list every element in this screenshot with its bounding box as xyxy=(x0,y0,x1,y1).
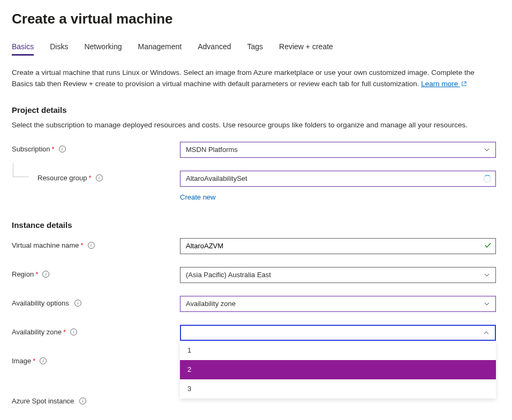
tab-tags[interactable]: Tags xyxy=(247,42,263,56)
resource-group-label-text: Resource group xyxy=(37,174,87,182)
availability-zone-dropdown: 1 2 3 xyxy=(180,341,496,399)
tab-review[interactable]: Review + create xyxy=(279,42,333,56)
info-icon[interactable]: i xyxy=(42,271,49,278)
availability-zone-label: Availability zone * i xyxy=(12,325,180,336)
info-icon[interactable]: i xyxy=(96,174,103,181)
chevron-down-icon xyxy=(484,301,490,307)
region-value: (Asia Pacific) Australia East xyxy=(186,271,271,279)
subscription-value: MSDN Platforms xyxy=(186,146,238,154)
project-details-heading: Project details xyxy=(12,105,500,114)
required-asterisk: * xyxy=(89,174,92,182)
chevron-up-icon xyxy=(483,330,490,336)
info-icon[interactable]: i xyxy=(79,398,86,404)
required-asterisk: * xyxy=(81,241,84,249)
availability-zone-option-3[interactable]: 3 xyxy=(180,379,496,399)
resource-group-select[interactable]: AltaroAvailabilitySet xyxy=(180,171,496,187)
tab-management[interactable]: Management xyxy=(138,42,182,56)
tab-advanced[interactable]: Advanced xyxy=(198,42,231,56)
learn-more-link[interactable]: Learn more xyxy=(421,80,467,88)
required-asterisk: * xyxy=(52,145,55,153)
checkmark-icon xyxy=(484,241,492,250)
azure-spot-label: Azure Spot instance i xyxy=(12,394,180,405)
intro-text: Create a virtual machine that runs Linux… xyxy=(12,67,494,90)
availability-options-label-text: Availability options xyxy=(12,299,69,307)
info-icon[interactable]: i xyxy=(70,329,77,335)
region-label-text: Region xyxy=(12,270,34,278)
availability-zone-select[interactable] xyxy=(180,325,496,341)
project-details-desc: Select the subscription to manage deploy… xyxy=(12,120,500,131)
vm-name-label: Virtual machine name * i xyxy=(12,238,180,249)
info-icon[interactable]: i xyxy=(40,357,47,364)
tab-bar: Basics Disks Networking Management Advan… xyxy=(12,42,500,56)
availability-zone-option-1[interactable]: 1 xyxy=(180,341,496,360)
region-label: Region * i xyxy=(12,267,180,278)
region-select[interactable]: (Asia Pacific) Australia East xyxy=(180,267,496,283)
image-label-text: Image xyxy=(12,357,31,365)
instance-details-heading: Instance details xyxy=(12,220,500,230)
availability-zone-option-2[interactable]: 2 xyxy=(180,360,496,379)
external-link-icon xyxy=(461,79,467,90)
info-icon[interactable]: i xyxy=(88,242,95,249)
resource-group-value: AltaroAvailabilitySet xyxy=(186,174,247,182)
info-icon[interactable]: i xyxy=(74,300,81,307)
required-asterisk: * xyxy=(63,328,66,336)
tab-basics[interactable]: Basics xyxy=(12,42,34,56)
subscription-label: Subscription * i xyxy=(12,142,180,153)
tree-elbow-icon xyxy=(13,163,29,177)
availability-options-value: Availability zone xyxy=(186,300,236,308)
subscription-label-text: Subscription xyxy=(12,145,50,153)
required-asterisk: * xyxy=(33,357,35,365)
info-icon[interactable]: i xyxy=(59,146,66,152)
page-title: Create a virtual machine xyxy=(12,11,500,27)
chevron-down-icon xyxy=(484,272,490,278)
image-label: Image * i xyxy=(12,354,180,365)
resource-group-label: Resource group * i xyxy=(12,171,180,182)
loading-spinner-icon xyxy=(484,175,491,182)
required-asterisk: * xyxy=(35,270,38,278)
tab-networking[interactable]: Networking xyxy=(84,42,122,56)
availability-options-label: Availability options i xyxy=(12,296,180,307)
learn-more-text: Learn more xyxy=(421,80,458,88)
availability-zone-label-text: Availability zone xyxy=(12,328,62,336)
subscription-select[interactable]: MSDN Platforms xyxy=(180,142,496,158)
availability-options-select[interactable]: Availability zone xyxy=(180,296,496,312)
tab-disks[interactable]: Disks xyxy=(50,42,68,56)
create-new-link[interactable]: Create new xyxy=(180,193,215,201)
azure-spot-label-text: Azure Spot instance xyxy=(12,397,74,405)
chevron-down-icon xyxy=(484,147,490,153)
vm-name-input[interactable] xyxy=(180,238,496,254)
vm-name-label-text: Virtual machine name xyxy=(12,241,79,249)
intro-body: Create a virtual machine that runs Linux… xyxy=(12,68,475,88)
